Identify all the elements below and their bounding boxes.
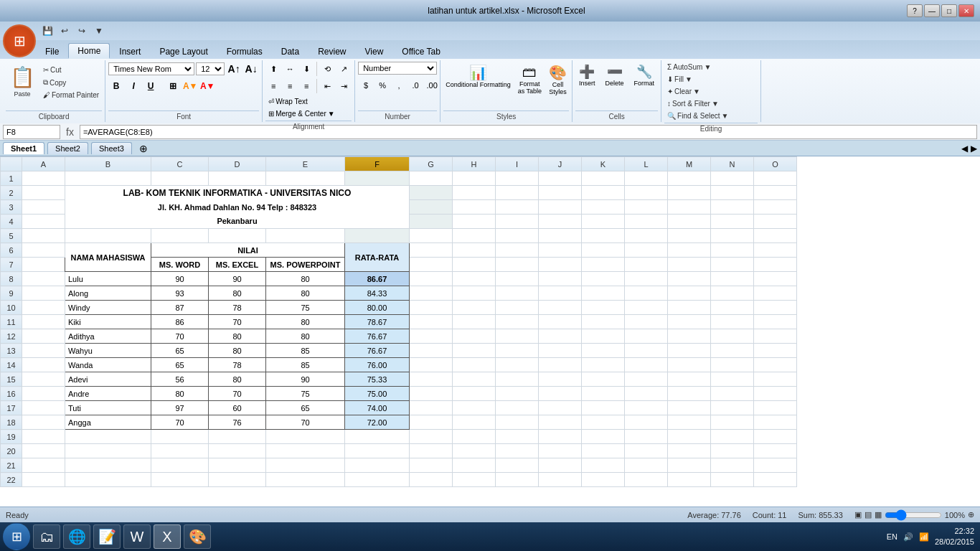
decrease-decimal-button[interactable]: .0 (407, 78, 423, 93)
student-name[interactable]: Wanda (65, 358, 151, 372)
office-button[interactable]: ⊞ (3, 24, 36, 57)
col-header-h[interactable]: H (453, 157, 496, 171)
col-header-o[interactable]: O (754, 157, 797, 171)
maximize-button[interactable]: □ (941, 4, 957, 17)
col-header-c[interactable]: C (151, 157, 209, 171)
col-header-i[interactable]: I (496, 157, 539, 171)
rata-rata-cell[interactable]: 75.00 (345, 387, 410, 401)
decrease-indent-button[interactable]: ⇤ (319, 79, 335, 93)
rata-rata-cell[interactable]: 80.00 (345, 301, 410, 315)
student-name[interactable]: Wahyu (65, 344, 151, 358)
sort-filter-button[interactable]: ↕ Sort & Filter ▼ (664, 98, 722, 109)
cell-styles-button[interactable]: 🎨 CellStyles (547, 62, 569, 98)
font-size-select[interactable]: 12 (196, 62, 225, 75)
underline-button[interactable]: U (143, 79, 159, 93)
rata-rata-cell[interactable]: 86.67 (345, 272, 410, 286)
taskbar-explorer-button[interactable]: 🗂 (33, 524, 60, 549)
student-name[interactable]: Andre (65, 387, 151, 401)
col-header-d[interactable]: D (209, 157, 266, 171)
percent-button[interactable]: % (374, 78, 390, 93)
col-header-m[interactable]: M (668, 157, 711, 171)
rata-rata-cell[interactable]: 72.00 (345, 415, 410, 430)
increase-font-button[interactable]: A↑ (226, 62, 242, 76)
text-angle2-button[interactable]: ↗ (336, 62, 352, 76)
tab-home[interactable]: Home (68, 43, 110, 59)
zoom-slider[interactable] (885, 511, 942, 519)
col-header-b[interactable]: B (65, 157, 151, 171)
insert-cells-button[interactable]: ➕ Insert (575, 62, 599, 89)
fill-button[interactable]: ⬇ Fill ▼ (664, 74, 695, 85)
rata-rata-cell[interactable]: 76.67 (345, 329, 410, 344)
align-top-button[interactable]: ⬆ (265, 62, 281, 76)
merge-center-button[interactable]: ⊞ Merge & Center ▼ (265, 108, 338, 119)
wrap-text-button[interactable]: ⏎ Wrap Text (265, 96, 338, 107)
format-cells-button[interactable]: 🔧 Format (631, 62, 659, 89)
close-button[interactable]: ✕ (958, 4, 974, 17)
tab-office-tab[interactable]: Office Tab (392, 43, 450, 59)
taskbar-app3-button[interactable]: 📝 (93, 524, 121, 549)
decrease-font-button[interactable]: A↓ (243, 62, 259, 76)
sheet-tab-sheet3[interactable]: Sheet3 (91, 142, 132, 154)
rata-rata-cell[interactable]: 84.33 (345, 286, 410, 301)
clear-button[interactable]: ✦ Clear ▼ (664, 86, 703, 97)
student-name[interactable]: Kiki (65, 315, 151, 329)
scroll-tabs-right[interactable]: ▶ (971, 143, 977, 154)
student-name[interactable]: Along (65, 286, 151, 301)
tab-review[interactable]: Review (308, 43, 355, 59)
autosum-button[interactable]: Σ AutoSum ▼ (664, 62, 714, 72)
sheet-tab-sheet1[interactable]: Sheet1 (3, 142, 44, 154)
tab-formulas[interactable]: Formulas (217, 43, 272, 59)
col-header-k[interactable]: K (582, 157, 625, 171)
col-header-n[interactable]: N (711, 157, 754, 171)
align-left-button[interactable]: ≡ (265, 79, 281, 93)
student-name[interactable]: Tuti (65, 401, 151, 415)
align-right-button[interactable]: ≡ (298, 79, 314, 93)
currency-button[interactable]: $ (358, 78, 374, 93)
taskbar-app6-button[interactable]: 🎨 (184, 524, 211, 549)
qat-dropdown-button[interactable]: ▼ (92, 24, 106, 38)
paste-button[interactable]: 📋 Paste (6, 62, 39, 100)
find-select-button[interactable]: 🔍 Find & Select ▼ (664, 110, 731, 121)
italic-button[interactable]: I (126, 79, 141, 93)
rata-rata-cell[interactable]: 78.67 (345, 315, 410, 329)
col-header-l[interactable]: L (625, 157, 668, 171)
taskbar-word-button[interactable]: W (123, 524, 151, 549)
taskbar-ie-button[interactable]: 🌐 (63, 524, 90, 549)
align-middle-button[interactable]: ↔ (282, 62, 298, 76)
help-button[interactable]: ? (907, 4, 923, 17)
taskbar-excel-button[interactable]: X (154, 524, 181, 549)
col-header-e[interactable]: E (266, 157, 345, 171)
font-name-select[interactable]: Times New Rom (108, 62, 194, 75)
sheet-tab-sheet2[interactable]: Sheet2 (47, 142, 88, 154)
fill-color-button[interactable]: A▼ (182, 79, 198, 93)
view-layout-icon[interactable]: ▤ (864, 510, 872, 519)
border-button[interactable]: ⊞ (165, 79, 181, 93)
view-normal-icon[interactable]: ▣ (854, 510, 862, 519)
view-page-break-icon[interactable]: ▦ (875, 510, 882, 519)
rata-rata-cell[interactable]: 75.33 (345, 372, 410, 387)
cell-reference-input[interactable] (3, 125, 60, 139)
tab-view[interactable]: View (356, 43, 393, 59)
minimize-button[interactable]: — (924, 4, 940, 17)
rata-rata-cell[interactable]: 76.00 (345, 358, 410, 372)
col-header-g[interactable]: G (410, 157, 453, 171)
delete-cells-button[interactable]: ➖ Delete (602, 62, 628, 89)
font-color-button[interactable]: A▼ (199, 79, 215, 93)
student-name[interactable]: Adithya (65, 329, 151, 344)
tab-page-layout[interactable]: Page Layout (150, 43, 217, 59)
tab-file[interactable]: File (36, 43, 68, 59)
insert-sheet-button[interactable]: ⊕ (135, 143, 152, 154)
save-qat-button[interactable]: 💾 (40, 24, 55, 38)
student-name[interactable]: Lulu (65, 272, 151, 286)
bold-button[interactable]: B (108, 79, 124, 93)
col-header-a[interactable]: A (22, 157, 65, 171)
format-as-table-button[interactable]: 🗃 Formatas Table (516, 62, 544, 97)
cut-button[interactable]: ✂ Cut (40, 65, 102, 75)
tab-insert[interactable]: Insert (110, 43, 150, 59)
zoom-in-button[interactable]: ⊕ (968, 510, 974, 519)
increase-decimal-button[interactable]: .00 (424, 78, 440, 93)
number-format-select[interactable]: Number General Currency Percentage (358, 62, 437, 75)
increase-indent-button[interactable]: ⇥ (336, 79, 352, 93)
comma-button[interactable]: , (391, 78, 407, 93)
copy-button[interactable]: ⧉ Copy (40, 77, 102, 88)
